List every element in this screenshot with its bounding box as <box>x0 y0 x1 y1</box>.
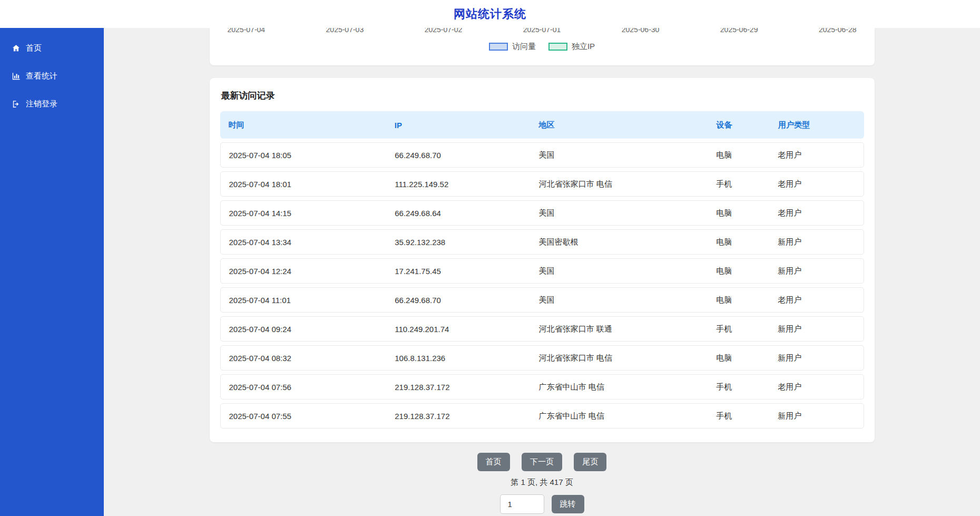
page-info: 第 1 页, 共 417 页 <box>210 478 875 488</box>
sidebar-item-home[interactable]: 首页 <box>0 34 104 62</box>
sidebar-menu: 首页查看统计注销登录 <box>0 34 104 118</box>
table-cell: 老用户 <box>769 295 863 305</box>
next-page-button[interactable]: 下一页 <box>522 453 562 471</box>
first-page-button[interactable]: 首页 <box>477 453 510 471</box>
table-row: 2025-07-04 08:32106.8.131.236河北省张家口市 电信电… <box>220 345 864 371</box>
table-cell: 17.241.75.45 <box>386 267 530 276</box>
legend-label: 独立IP <box>572 42 595 52</box>
table-row: 2025-07-04 18:01111.225.149.52河北省张家口市 电信… <box>220 171 864 197</box>
chart-legend: 访问量独立IP <box>228 42 857 52</box>
legend-item[interactable]: 访问量 <box>489 42 536 52</box>
table-row: 2025-07-04 07:56219.128.37.172广东省中山市 电信手… <box>220 374 864 400</box>
table-cell: 手机 <box>708 382 769 392</box>
table-cell: 2025-07-04 18:01 <box>221 180 387 189</box>
table-cell: 106.8.131.236 <box>386 354 530 363</box>
table-cell: 手机 <box>708 179 769 189</box>
sidebar-item-label: 查看统计 <box>26 71 57 81</box>
logout-icon <box>12 100 21 109</box>
table-row: 2025-07-04 09:24110.249.201.74河北省张家口市 联通… <box>220 316 864 342</box>
column-header: IP <box>386 121 531 130</box>
table-row: 2025-07-04 12:2417.241.75.45美国电脑新用户 <box>220 258 864 284</box>
sidebar: 首页查看统计注销登录 <box>0 28 104 516</box>
table-cell: 美国密歇根 <box>531 237 708 247</box>
table-cell: 老用户 <box>769 382 863 392</box>
table-cell: 电脑 <box>708 208 769 218</box>
main-content: 2025-07-042025-07-032025-07-022025-07-01… <box>104 28 980 516</box>
table-cell: 老用户 <box>769 179 863 189</box>
table-cell: 电脑 <box>708 266 769 276</box>
table-cell: 美国 <box>531 150 708 160</box>
page-header: 网站统计系统 <box>0 0 980 28</box>
column-header: 设备 <box>708 120 770 130</box>
table-cell: 手机 <box>708 411 769 421</box>
axis-tick-label: 2025-06-29 <box>720 28 758 34</box>
table-cell: 新用户 <box>769 353 863 363</box>
table-cell: 电脑 <box>708 353 769 363</box>
table-cell: 广东省中山市 电信 <box>531 411 708 421</box>
table-cell: 2025-07-04 08:32 <box>221 354 387 363</box>
table-row: 2025-07-04 13:3435.92.132.238美国密歇根电脑新用户 <box>220 229 864 255</box>
axis-tick-label: 2025-07-03 <box>326 28 364 34</box>
visits-chart-card: 2025-07-042025-07-032025-07-022025-07-01… <box>210 28 875 65</box>
table-cell: 2025-07-04 07:55 <box>221 412 387 421</box>
table-row: 2025-07-04 07:55219.128.37.172广东省中山市 电信手… <box>220 403 864 429</box>
table-cell: 2025-07-04 11:01 <box>221 296 387 305</box>
bar-chart-icon <box>12 72 21 81</box>
table-cell: 老用户 <box>769 150 863 160</box>
table-cell: 电脑 <box>708 237 769 247</box>
page-jump-row: 跳转 <box>210 494 875 514</box>
table-cell: 66.249.68.64 <box>386 209 530 218</box>
axis-tick-label: 2025-06-28 <box>819 28 857 34</box>
latest-records-card: 最新访问记录 时间IP地区设备用户类型 2025-07-04 18:0566.2… <box>210 78 875 442</box>
column-header: 用户类型 <box>770 120 864 130</box>
table-cell: 111.225.149.52 <box>386 180 530 189</box>
table-cell: 电脑 <box>708 295 769 305</box>
home-icon <box>12 44 21 53</box>
table-cell: 110.249.201.74 <box>386 325 530 334</box>
table-cell: 2025-07-04 07:56 <box>221 383 387 392</box>
sidebar-item-logout[interactable]: 注销登录 <box>0 90 104 118</box>
table-cell: 2025-07-04 14:15 <box>221 209 387 218</box>
legend-label: 访问量 <box>512 42 536 52</box>
table-cell: 2025-07-04 18:05 <box>221 151 387 160</box>
table-cell: 新用户 <box>769 266 863 276</box>
table-cell: 2025-07-04 13:34 <box>221 238 387 247</box>
column-header: 时间 <box>220 120 386 130</box>
table-cell: 老用户 <box>769 208 863 218</box>
pagination-buttons: 首页 下一页 尾页 <box>210 453 875 471</box>
records-card-title: 最新访问记录 <box>220 90 864 102</box>
table-cell: 66.249.68.70 <box>386 296 530 305</box>
page-jump-input[interactable] <box>500 494 544 514</box>
page-jump-button[interactable]: 跳转 <box>552 495 584 513</box>
table-cell: 2025-07-04 09:24 <box>221 325 387 334</box>
table-body: 2025-07-04 18:0566.249.68.70美国电脑老用户2025-… <box>220 142 864 429</box>
legend-swatch <box>548 43 567 51</box>
sidebar-item-label: 注销登录 <box>26 99 57 109</box>
table-cell: 手机 <box>708 324 769 334</box>
legend-swatch <box>489 43 508 51</box>
table-cell: 新用户 <box>769 324 863 334</box>
table-cell: 219.128.37.172 <box>386 383 530 392</box>
chart-x-axis: 2025-07-042025-07-032025-07-022025-07-01… <box>228 28 857 34</box>
sidebar-item-stats[interactable]: 查看统计 <box>0 62 104 90</box>
axis-tick-label: 2025-06-30 <box>622 28 660 34</box>
table-cell: 2025-07-04 12:24 <box>221 267 387 276</box>
table-cell: 河北省张家口市 电信 <box>531 179 708 189</box>
table-cell: 河北省张家口市 联通 <box>531 324 708 334</box>
table-cell: 美国 <box>531 208 708 218</box>
table-cell: 美国 <box>531 295 708 305</box>
column-header: 地区 <box>530 120 708 130</box>
axis-tick-label: 2025-07-02 <box>425 28 463 34</box>
pagination: 首页 下一页 尾页 第 1 页, 共 417 页 跳转 <box>210 453 875 514</box>
records-table: 时间IP地区设备用户类型 2025-07-04 18:0566.249.68.7… <box>220 111 864 429</box>
table-row: 2025-07-04 14:1566.249.68.64美国电脑老用户 <box>220 200 864 226</box>
table-row: 2025-07-04 11:0166.249.68.70美国电脑老用户 <box>220 287 864 313</box>
table-cell: 广东省中山市 电信 <box>531 382 708 392</box>
table-cell: 河北省张家口市 电信 <box>531 353 708 363</box>
legend-item[interactable]: 独立IP <box>548 42 595 52</box>
table-cell: 66.249.68.70 <box>386 151 530 160</box>
last-page-button[interactable]: 尾页 <box>574 453 606 471</box>
axis-tick-label: 2025-07-04 <box>228 28 266 34</box>
page-title: 网站统计系统 <box>454 6 526 22</box>
axis-tick-label: 2025-07-01 <box>523 28 561 34</box>
